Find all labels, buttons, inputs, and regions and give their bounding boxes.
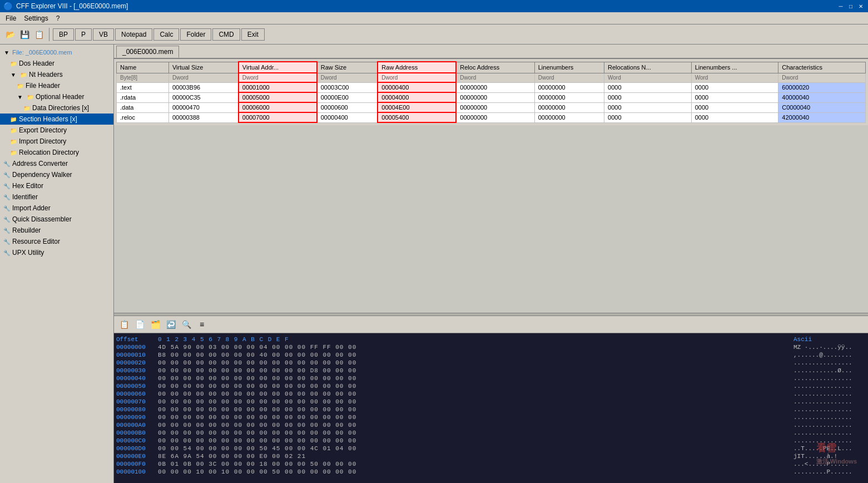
sidebar-item-import-adder[interactable]: 🔧 Import Adder (0, 203, 113, 214)
hex-row: 00000050 00 00 00 00 00 00 00 00 00 00 0… (116, 382, 866, 390)
cell-vaddr: 00006000 (239, 102, 317, 112)
col-header-linenumbers: Linenumbers (534, 62, 604, 73)
rebuilder-icon: 🔧 (2, 226, 11, 235)
sidebar-item-resource-editor[interactable]: 🔧 Resource Editor (0, 236, 113, 247)
col-header-reloc-address: Reloc Address (456, 62, 534, 73)
col-header-virtual-size: Virtual Size (168, 62, 238, 73)
sidebar-item-relocation-directory[interactable]: 📁 Relocation Directory (0, 147, 113, 158)
sidebar-item-dos-header[interactable]: 📁 Dos Header (0, 58, 113, 69)
cell-vsize: 00000388 (168, 112, 238, 122)
cell-vsize: 00000470 (168, 102, 238, 112)
export-directory-icon: 📁 (9, 126, 18, 135)
import-adder-label: Import Adder (12, 204, 51, 212)
close-button[interactable]: ✕ (857, 2, 865, 10)
hex-copy-icon[interactable]: 📋 (117, 318, 131, 331)
hex-row: 00000030 00 00 00 00 00 00 00 00 00 00 0… (116, 367, 866, 374)
cell-vaddr: 00007000 (239, 112, 317, 122)
tab-main[interactable]: _006E0000.mem (116, 46, 179, 58)
cell-char: C0000040 (778, 102, 866, 112)
menu-file[interactable]: File (2, 13, 19, 23)
sidebar-item-export-directory[interactable]: 📁 Export Directory (0, 125, 113, 136)
cell-char: 42000040 (778, 112, 866, 122)
col-header-name: Name (117, 62, 169, 73)
toolbar-bp-button[interactable]: BP (53, 28, 74, 41)
sidebar-item-upx-utility[interactable]: 🔧 UPX Utility (0, 247, 113, 258)
toolbar-vb-button[interactable]: VB (93, 28, 114, 41)
hex-goto-icon[interactable]: ≡ (195, 318, 209, 331)
hex-content[interactable]: Offset 0 1 2 3 4 5 6 7 8 9 A B C D E F A… (114, 333, 868, 483)
toolbar-p-button[interactable]: P (75, 28, 92, 41)
import-directory-icon: 📁 (9, 137, 18, 146)
sidebar-item-section-headers[interactable]: 📁 Section Headers [x] (0, 114, 113, 125)
toolbar-cmd-button[interactable]: CMD (212, 28, 240, 41)
toolbar-exit-button[interactable]: Exit (241, 28, 265, 41)
sidebar-item-file-root[interactable]: ▼ File: _006E0000.mem (0, 47, 113, 58)
cell-rawsize: 00000E00 (317, 92, 378, 102)
sidebar-item-optional-header[interactable]: ▼ 📁 Optional Header (0, 91, 113, 102)
type-name: Byte[8] (117, 73, 169, 82)
cell-char: 60000020 (778, 82, 866, 92)
sidebar-item-data-directories[interactable]: 📁 Data Directories [x] (0, 102, 113, 114)
toolbar-icon-open[interactable]: 📂 (3, 28, 17, 41)
lower-panel: 📋 📄 🗂️ ↩️ 🔍 ≡ Offset 0 1 2 3 4 5 6 7 8 9… (114, 316, 868, 483)
rebuilder-label: Rebuilder (12, 226, 41, 234)
hex-select-icon[interactable]: 🗂️ (148, 318, 162, 331)
cell-name: .reloc (117, 112, 169, 122)
sidebar-item-address-converter[interactable]: 🔧 Address Converter (0, 158, 113, 169)
identifier-label: Identifier (12, 193, 38, 201)
menu-settings[interactable]: Settings (21, 13, 51, 23)
sidebar-item-import-directory[interactable]: 📁 Import Directory (0, 136, 113, 147)
sidebar-item-nt-headers[interactable]: ▼ 📁 Nt Headers (0, 69, 113, 80)
sidebar-item-dependency-walker[interactable]: 🔧 Dependency Walker (0, 169, 113, 180)
cell-rawaddr: 00000400 (378, 82, 456, 92)
cell-linenums: 00000000 (534, 92, 604, 102)
data-directories-icon: 📁 (22, 103, 31, 112)
cell-name: .rdata (117, 92, 169, 102)
hex-row: 00000070 00 00 00 00 00 00 00 00 00 00 0… (116, 398, 866, 406)
hex-undo-icon[interactable]: ↩️ (164, 318, 177, 331)
type-linenums2: Word (691, 73, 778, 82)
cell-rawaddr: 00004E00 (378, 102, 456, 112)
toolbar-folder-button[interactable]: Folder (180, 28, 211, 41)
main-layout: ▼ File: _006E0000.mem 📁 Dos Header ▼ 📁 N… (0, 45, 868, 483)
toolbar-calc-button[interactable]: Calc (153, 28, 179, 41)
toolbar-icon-save[interactable]: 💾 (18, 28, 31, 41)
sidebar-item-rebuilder[interactable]: 🔧 Rebuilder (0, 225, 113, 236)
table-row[interactable]: .data 00000470 00006000 00000600 00004E0… (117, 102, 866, 112)
hex-row: 00000080 00 00 00 00 00 00 00 00 00 00 0… (116, 406, 866, 413)
table-row[interactable]: .reloc 00000388 00007000 00000400 000054… (117, 112, 866, 122)
import-adder-icon: 🔧 (2, 204, 11, 213)
address-converter-icon: 🔧 (2, 159, 11, 168)
nt-headers-icon: ▼ (9, 70, 18, 79)
sidebar-item-identifier[interactable]: 🔧 Identifier (0, 191, 113, 203)
file-root-icon: ▼ (2, 48, 11, 57)
cell-reloc: 00000000 (456, 102, 534, 112)
hex-search-icon[interactable]: 🔍 (180, 318, 193, 331)
hex-paste-icon[interactable]: 📄 (133, 318, 146, 331)
sidebar-item-quick-disassembler[interactable]: 🔧 Quick Disassembler (0, 214, 113, 225)
hex-row: 00000040 00 00 00 00 00 00 00 00 00 00 0… (116, 374, 866, 382)
table-row[interactable]: .text 00003B96 00001000 00003C00 0000040… (117, 82, 866, 92)
toolbar-notepad-button[interactable]: Notepad (115, 28, 152, 41)
toolbar-icon-edit[interactable]: 📋 (32, 28, 46, 41)
sidebar-item-file-header[interactable]: 📁 File Header (0, 80, 113, 91)
maximize-button[interactable]: □ (847, 2, 855, 10)
type-char: Dword (778, 73, 866, 82)
content-area: _006E0000.mem Name Virtual Size Virtual … (114, 45, 868, 483)
sidebar-item-hex-editor[interactable]: 🔧 Hex Editor (0, 180, 113, 191)
file-header-icon: 📁 (16, 81, 24, 90)
dependency-walker-icon: 🔧 (2, 170, 11, 179)
upx-utility-label: UPX Utility (12, 249, 44, 257)
address-converter-label: Address Converter (12, 160, 68, 167)
cell-name: .text (117, 82, 169, 92)
app-icon: 🔵 (3, 2, 13, 11)
file-root-label: File: _006E0000.mem (12, 49, 72, 56)
quick-disassembler-icon: 🔧 (2, 215, 11, 224)
cell-linenums: 00000000 (534, 102, 604, 112)
nt-headers-folder-icon: 📁 (19, 70, 28, 79)
minimize-button[interactable]: ─ (837, 2, 845, 10)
table-row[interactable]: .rdata 00000C35 00005000 00000E00 000040… (117, 92, 866, 102)
hex-row: 000000C0 00 00 00 00 00 00 00 00 00 00 0… (116, 437, 866, 445)
toolbar: 📂 💾 📋 BP P VB Notepad Calc Folder CMD Ex… (0, 24, 868, 45)
menu-help[interactable]: ? (53, 13, 63, 23)
